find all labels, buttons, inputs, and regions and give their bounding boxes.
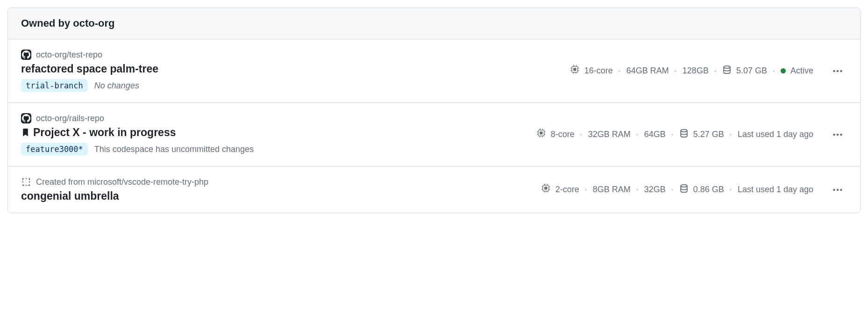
more-actions-button[interactable]	[828, 126, 847, 143]
machine-specs[interactable]: 8-core · 32GB RAM · 64GB	[537, 129, 666, 140]
separator-dot: ·	[670, 130, 675, 139]
template-repo-icon	[21, 177, 31, 187]
status-group: Active	[781, 66, 813, 76]
status-label: Last used 1 day ago	[738, 130, 813, 139]
svg-point-11	[833, 188, 835, 191]
storage-group: 5.07 GB	[722, 65, 767, 77]
github-avatar-icon	[21, 50, 31, 60]
branch-status: No changes	[94, 81, 139, 91]
panel-title: Owned by octo-org	[21, 17, 847, 29]
name-line: congenial umbrella	[21, 190, 208, 202]
bookmark-icon	[21, 129, 29, 137]
database-icon	[679, 129, 689, 140]
name-line: Project X - work in progress	[21, 126, 254, 139]
branch-line: trial-branch No changes	[21, 79, 158, 92]
svg-point-6	[681, 130, 687, 132]
panel-header: Owned by octo-org	[8, 8, 860, 39]
svg-point-3	[837, 70, 839, 72]
svg-point-10	[681, 185, 687, 187]
codespace-name-link[interactable]: Project X - work in progress	[33, 126, 176, 139]
repo-link[interactable]: Created from microsoft/vscode-remote-try…	[36, 177, 208, 187]
machine-specs[interactable]: 2-core · 8GB RAM · 32GB	[541, 184, 666, 195]
svg-point-9	[840, 133, 842, 136]
branch-chip[interactable]: feature3000*	[21, 143, 88, 156]
row-left: Created from microsoft/vscode-remote-try…	[21, 177, 208, 202]
separator-dot: ·	[618, 66, 622, 76]
status-label: Active	[790, 66, 813, 76]
spec-cores: 16-core	[584, 66, 613, 76]
row-left: octo-org/rails-repo Project X - work in …	[21, 113, 254, 156]
repo-link[interactable]: octo-org/test-repo	[36, 50, 102, 60]
cpu-icon	[541, 184, 551, 195]
database-icon	[722, 65, 732, 77]
row-right: 8-core · 32GB RAM · 64GB · 5.27 GB · Las…	[537, 126, 847, 143]
codespace-row: octo-org/test-repo refactored space palm…	[8, 39, 860, 103]
spec-cores: 2-core	[555, 185, 579, 195]
codespace-name-link[interactable]: refactored space palm-tree	[21, 63, 158, 75]
spec-disk: 64GB	[644, 130, 666, 139]
separator-dot: ·	[670, 185, 675, 195]
spec-ram: 32GB RAM	[588, 130, 631, 139]
repo-line: octo-org/test-repo	[21, 50, 158, 60]
separator-dot: ·	[635, 130, 640, 139]
cpu-icon	[570, 65, 580, 77]
branch-chip[interactable]: trial-branch	[21, 79, 88, 92]
row-right: 16-core · 64GB RAM · 128GB · 5.07 GB · A…	[570, 63, 847, 80]
repo-link[interactable]: octo-org/rails-repo	[36, 114, 104, 123]
separator-dot: ·	[729, 130, 733, 139]
storage-group: 0.86 GB	[679, 184, 724, 195]
separator-dot: ·	[674, 66, 678, 76]
svg-point-8	[837, 133, 839, 136]
status-label: Last used 1 day ago	[738, 185, 813, 195]
cpu-icon	[537, 129, 546, 140]
repo-line: Created from microsoft/vscode-remote-try…	[21, 177, 208, 187]
more-actions-button[interactable]	[828, 63, 847, 80]
separator-dot: ·	[584, 185, 588, 195]
database-icon	[679, 184, 689, 195]
spec-ram: 8GB RAM	[593, 185, 631, 195]
spec-cores: 8-core	[551, 130, 575, 139]
separator-dot: ·	[579, 130, 583, 139]
more-actions-button[interactable]	[828, 181, 847, 198]
svg-point-1	[724, 66, 730, 68]
repo-line: octo-org/rails-repo	[21, 113, 254, 123]
storage-group: 5.27 GB	[679, 129, 724, 140]
svg-point-12	[837, 188, 839, 191]
storage-size: 5.07 GB	[736, 66, 767, 76]
svg-point-2	[833, 70, 835, 72]
svg-point-7	[833, 133, 835, 136]
codespace-row: octo-org/rails-repo Project X - work in …	[8, 103, 860, 166]
branch-status: This codespace has uncommitted changes	[94, 145, 254, 154]
svg-point-13	[840, 188, 842, 191]
separator-dot: ·	[635, 185, 640, 195]
codespaces-panel: Owned by octo-org octo-org/test-repo ref…	[7, 7, 861, 213]
github-avatar-icon	[21, 113, 31, 123]
codespace-name-link[interactable]: congenial umbrella	[21, 190, 119, 202]
spec-disk: 128GB	[683, 66, 709, 76]
separator-dot: ·	[713, 66, 718, 76]
row-right: 2-core · 8GB RAM · 32GB · 0.86 GB · Last…	[541, 181, 847, 198]
row-left: octo-org/test-repo refactored space palm…	[21, 50, 158, 92]
status-dot-icon	[781, 68, 786, 73]
codespace-row: Created from microsoft/vscode-remote-try…	[8, 166, 860, 213]
separator-dot: ·	[729, 185, 733, 195]
spec-disk: 32GB	[644, 185, 666, 195]
name-line: refactored space palm-tree	[21, 63, 158, 75]
branch-line: feature3000* This codespace has uncommit…	[21, 143, 254, 156]
svg-point-4	[840, 70, 842, 72]
storage-size: 5.27 GB	[693, 130, 724, 139]
separator-dot: ·	[772, 66, 776, 76]
spec-ram: 64GB RAM	[626, 66, 669, 76]
machine-specs[interactable]: 16-core · 64GB RAM · 128GB	[570, 65, 709, 77]
storage-size: 0.86 GB	[693, 185, 724, 195]
